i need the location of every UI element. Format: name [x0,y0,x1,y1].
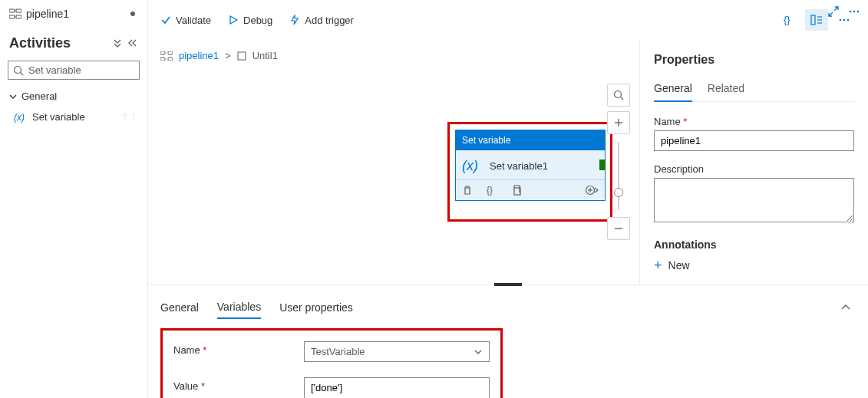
svg-rect-18 [160,51,165,54]
add-trigger-button[interactable]: Add trigger [289,15,354,26]
properties-toggle-button[interactable] [805,9,828,31]
trash-icon[interactable] [462,185,473,196]
more-icon[interactable] [848,6,860,17]
svg-rect-3 [16,15,21,18]
svg-line-30 [621,97,624,100]
search-value: Set variable [28,64,81,76]
add-trigger-label: Add trigger [305,15,354,26]
minus-icon [614,224,623,233]
trigger-icon [289,15,300,25]
breadcrumb-pipeline-link[interactable]: pipeline1 [179,50,219,61]
output-port-icon[interactable] [599,160,606,170]
validate-button[interactable]: Validate [160,15,211,26]
search-icon [613,90,624,100]
svg-rect-0 [9,9,15,12]
tab-variables[interactable]: Variables [217,296,261,319]
pipeline-canvas[interactable]: pipeline1 > Until1 Set variable (x) Set … [148,41,639,285]
zoom-controls [607,84,630,240]
copy-icon[interactable] [511,185,522,196]
zoom-slider[interactable] [618,142,619,209]
svg-rect-1 [16,9,21,12]
properties-title: Properties [654,53,854,67]
svg-line-5 [21,72,24,75]
activity-item-set-variable[interactable]: (x) Set variable ⋮⋮ [8,107,140,127]
debug-button[interactable]: Debug [228,15,272,26]
svg-point-16 [843,19,846,21]
svg-point-9 [857,11,860,13]
props-description-input[interactable] [654,178,854,222]
var-name-value: TestVariable [311,346,365,357]
props-description-label: Description [654,163,854,175]
add-output-icon[interactable] [585,185,599,196]
chevron-double-down-icon[interactable] [114,39,124,48]
new-label: New [668,259,690,271]
zoom-thumb[interactable] [614,188,623,197]
breadcrumb: pipeline1 > Until1 [160,50,627,61]
svg-rect-20 [160,58,165,61]
props-tab-general[interactable]: General [654,77,692,102]
main-area: Validate Debug Add trigger {} [148,0,868,398]
activities-search-input[interactable]: Set variable [8,61,140,80]
svg-point-15 [840,19,842,21]
tab-general[interactable]: General [160,297,199,318]
svg-text:(x): (x) [14,112,25,123]
breadcrumb-separator: > [225,50,231,61]
drag-handle-icon[interactable]: ⋮⋮ [121,113,138,121]
var-name-select[interactable]: TestVariable [304,341,490,362]
svg-text:{}: {} [784,15,790,25]
svg-point-4 [15,66,21,73]
zoom-in-button[interactable] [607,111,630,134]
props-name-label: Name * [654,116,854,127]
var-value-label: Value * [173,377,304,392]
braces-icon: {} [783,15,795,25]
tree-group-general[interactable]: General [8,86,140,107]
activity-card-type: Set variable [456,130,605,150]
zoom-out-button[interactable] [607,217,630,240]
svg-text:{}: {} [487,185,493,196]
pipeline-icon [9,8,21,19]
svg-point-29 [615,91,622,98]
activity-item-label: Set variable [32,111,85,123]
play-icon [228,15,239,25]
search-icon [13,65,24,76]
validate-label: Validate [176,15,211,26]
chevron-down-icon [474,348,483,356]
properties-panel: Properties General Related Name * Descri… [639,41,868,285]
props-name-input[interactable] [654,130,854,151]
json-view-button[interactable]: {} [777,9,800,31]
chevron-double-left-icon[interactable] [127,39,138,48]
props-tab-related[interactable]: Related [708,77,744,101]
debug-label: Debug [243,15,272,26]
svg-point-17 [847,19,850,21]
pipeline-icon [160,51,173,61]
annotations-heading: Annotations [654,238,854,251]
collapse-panel-button[interactable] [840,304,856,311]
pipeline-tab[interactable]: pipeline1 [9,8,69,20]
highlight-box: Set variable (x) Set variable1 {} [447,122,612,222]
expand-icon[interactable] [828,6,839,17]
activities-heading: Activities [9,35,114,51]
until-icon [237,51,246,61]
tree-group-label: General [21,90,57,102]
braces-icon[interactable]: {} [487,185,497,196]
pipeline-tab-label: pipeline1 [26,8,69,20]
var-name-label: Name * [173,341,304,356]
var-value-input[interactable] [304,377,490,398]
zoom-fit-button[interactable] [607,84,630,107]
plus-icon: + [654,258,662,272]
activities-sidebar: pipeline1 Activities Set variable Genera… [0,0,148,398]
add-annotation-button[interactable]: + New [654,258,854,272]
bottom-panel: General Variables User properties Name *… [148,285,868,398]
toolbar: Validate Debug Add trigger {} [148,0,868,41]
tab-user-properties[interactable]: User properties [279,297,353,318]
chevron-down-icon [9,93,17,100]
svg-rect-22 [238,52,246,60]
unsaved-indicator-icon [130,12,135,16]
plus-icon [614,118,623,127]
svg-text:(x): (x) [462,158,478,173]
activity-card[interactable]: Set variable (x) Set variable1 {} [455,130,606,201]
breadcrumb-until: Until1 [252,50,278,61]
chevron-up-icon [840,304,851,311]
variable-icon: (x) [14,112,28,123]
variable-icon: (x) [462,158,482,173]
